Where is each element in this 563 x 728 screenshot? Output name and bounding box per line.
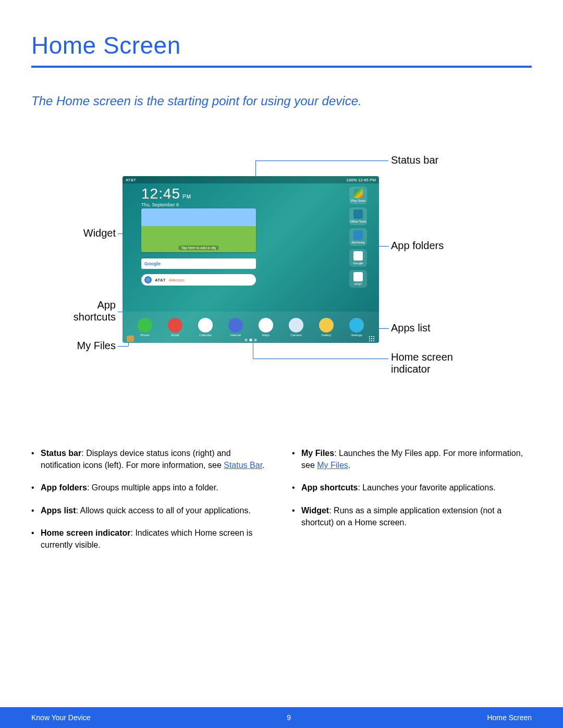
dock: Phone Email Calendar Internet Maps Camer… (123, 312, 379, 343)
dock-settings: Settings (346, 318, 367, 337)
footer-bar: Know Your Device 9 Home Screen (0, 707, 563, 728)
left-column: Status bar: Displays device status icons… (31, 447, 271, 561)
callout-my-files: My Files (74, 340, 116, 352)
link-my-files[interactable]: My Files (317, 461, 348, 470)
bullet-status-bar: Status bar: Displays device status icons… (31, 447, 271, 471)
folder-office-tools: Office Tools (349, 207, 367, 225)
page-title: Home Screen (31, 31, 532, 59)
folder-play-store: Play Store (349, 187, 367, 204)
leader (253, 359, 388, 359)
leader (253, 343, 253, 359)
clock-time: 12:45 (141, 186, 180, 202)
tablet-screenshot: AT&T 100% 12:45 PM 12:45PM Thu, Septembe… (123, 176, 379, 343)
leader (255, 161, 388, 161)
status-bar: AT&T 100% 12:45 PM (123, 176, 379, 183)
att-label: AT&T (155, 278, 166, 282)
folder-google: Google (349, 249, 367, 267)
clock-ampm: PM (182, 194, 191, 200)
search-brand: Google (144, 261, 161, 266)
dock-internet: Internet (225, 318, 246, 337)
page-subtitle: The Home screen is the starting point fo… (31, 94, 532, 108)
dock-email: Email (165, 318, 186, 337)
right-column: My Files: Launches the My Files app. For… (292, 447, 532, 561)
callout-status-bar: Status bar (391, 154, 438, 166)
widget-hint: Tap here to add a city (178, 245, 219, 250)
home-indicator (245, 339, 257, 341)
att-globe-icon (144, 276, 152, 283)
folder-att: AT&T (349, 270, 367, 288)
footer-left: Know Your Device (31, 713, 91, 722)
clock-widget: 12:45PM Thu, September 8 (141, 186, 256, 207)
diagram-area: Status bar Widget App folders App shortc… (31, 150, 532, 421)
google-search: Google (141, 258, 256, 269)
leader (118, 346, 128, 347)
callout-app-folders: App folders (391, 240, 444, 252)
my-files-icon (127, 336, 134, 342)
bullet-my-files: My Files: Launches the My Files app. For… (292, 447, 532, 471)
link-status-bar[interactable]: Status Bar (224, 461, 262, 470)
dock-gallery: Gallery (316, 318, 337, 337)
callout-widget: Widget (69, 227, 116, 239)
bullet-app-folders: App folders: Groups multiple apps into a… (31, 482, 271, 493)
att-widget: AT&T AllAccess (141, 274, 256, 286)
callout-home-indicator: Home screen indicator (391, 351, 453, 375)
status-left: AT&T (126, 178, 136, 182)
bullet-app-shortcuts: App shortcuts: Launches your favorite ap… (292, 482, 532, 493)
footer-right: Home Screen (487, 713, 532, 722)
home-content: 12:45PM Thu, September 8 Tap here to add… (123, 183, 379, 325)
weather-widget: Tap here to add a city (141, 208, 256, 252)
description-columns: Status bar: Displays device status icons… (31, 447, 532, 561)
dock-camera: Camera (286, 318, 307, 337)
bullet-widget: Widget: Runs as a simple application ext… (292, 504, 532, 528)
clock-date: Thu, September 8 (141, 202, 256, 207)
att-sub: AllAccess (169, 278, 185, 282)
dock-phone: Phone (134, 318, 155, 337)
callout-apps-list: Apps list (391, 322, 431, 334)
bullet-home-indicator: Home screen indicator: Indicates which H… (31, 527, 271, 551)
bullet-apps-list: Apps list: Allows quick access to all of… (31, 504, 271, 516)
callout-app-shortcuts: App shortcuts (58, 299, 116, 323)
apps-list-icon (369, 336, 375, 342)
status-right: 100% 12:45 PM (346, 178, 376, 182)
dock-maps: Maps (255, 318, 276, 337)
title-rule (31, 66, 532, 68)
folder-samsung: Samsung (349, 228, 367, 246)
footer-page-number: 9 (287, 713, 291, 722)
app-folders-column: Play Store Office Tools Samsung Google A… (347, 187, 370, 288)
dock-calendar: Calendar (195, 318, 216, 337)
